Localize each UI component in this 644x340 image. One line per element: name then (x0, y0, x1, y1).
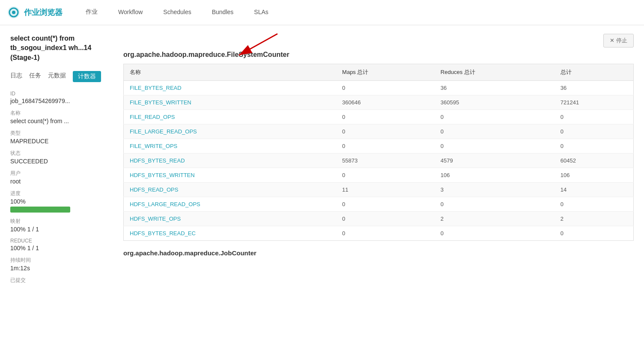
cell-reduces: 3 (435, 183, 555, 197)
cell-maps: 11 (336, 183, 435, 197)
id-label: ID (10, 91, 113, 97)
tab-metadata[interactable]: 元数据 (48, 71, 66, 82)
meta-section: ID job_1684754269979... 名称 select count(… (10, 91, 113, 284)
user-value: root (10, 178, 113, 185)
table-row: HDFS_BYTES_WRITTEN 0 106 106 (124, 168, 634, 183)
table-row: HDFS_LARGE_READ_OPS 0 0 0 (124, 197, 634, 212)
type-label: 类型 (10, 130, 113, 137)
nav-item-jobs[interactable]: 作业 (75, 0, 108, 25)
cell-total: 0 (555, 226, 634, 241)
user-label: 用户 (10, 170, 113, 177)
cell-total: 36 (555, 81, 634, 95)
cell-maps: 0 (336, 124, 435, 139)
cell-reduces: 2 (435, 212, 555, 226)
cell-maps: 0 (336, 168, 435, 183)
cell-name: FILE_READ_OPS (124, 110, 337, 124)
cell-name: HDFS_WRITE_OPS (124, 212, 337, 226)
cell-reduces: 0 (435, 139, 555, 154)
nav-item-workflow[interactable]: Workflow (108, 0, 153, 25)
map-label: 映射 (10, 218, 113, 225)
status-label: 状态 (10, 150, 113, 157)
progress-bar-container (10, 207, 70, 213)
content-area: ✕ 停止 org.apache.hadoop.mapreduce.FileSys… (123, 34, 634, 285)
arrow-svg (200, 30, 286, 64)
tab-counters[interactable]: 计数器 (73, 71, 101, 82)
progress-value: 100% (10, 198, 113, 205)
cell-total: 721241 (555, 95, 634, 110)
cell-total: 0 (555, 197, 634, 212)
progress-label: 进度 (10, 190, 113, 197)
tab-tasks[interactable]: 任务 (29, 71, 41, 82)
cell-name: FILE_LARGE_READ_OPS (124, 124, 337, 139)
brand: 作业浏览器 (7, 6, 63, 19)
col-name: 名称 (124, 64, 337, 81)
table-row: HDFS_BYTES_READ 55873 4579 60452 (124, 154, 634, 168)
cell-total: 106 (555, 168, 634, 183)
cell-maps: 360646 (336, 95, 435, 110)
cell-maps: 0 (336, 197, 435, 212)
cell-name: HDFS_LARGE_READ_OPS (124, 197, 337, 212)
cell-total: 14 (555, 183, 634, 197)
status-value: SUCCEEDED (10, 158, 113, 165)
name-value: select count(*) from ... (10, 118, 113, 124)
sidebar: select count(*) from tb_sogou_index1 wh.… (10, 34, 113, 285)
cell-total: 0 (555, 124, 634, 139)
cell-name: FILE_BYTES_WRITTEN (124, 95, 337, 110)
arrow-annotation (200, 30, 286, 64)
cell-total: 2 (555, 212, 634, 226)
table-row: HDFS_READ_OPS 11 3 14 (124, 183, 634, 197)
main-container: select count(*) from tb_sogou_index1 wh.… (0, 25, 644, 293)
cell-total: 0 (555, 110, 634, 124)
brand-icon (7, 6, 21, 19)
reduce-label: REDUCE (10, 238, 113, 244)
cell-reduces: 4579 (435, 154, 555, 168)
nav-item-bundles[interactable]: Bundles (202, 0, 244, 25)
nav-items: 作业 Workflow Schedules Bundles SLAs (75, 0, 279, 25)
cell-reduces: 0 (435, 197, 555, 212)
submitted-label: 已提交 (10, 277, 113, 284)
sidebar-tabs: 日志 任务 元数据 计数器 (10, 71, 113, 82)
cell-maps: 0 (336, 226, 435, 241)
nav-item-slas[interactable]: SLAs (244, 0, 278, 25)
filesystem-counter-table: 名称 Maps 总计 Reduces 总计 总计 FILE_BYTES_READ… (123, 64, 634, 241)
cell-maps: 0 (336, 110, 435, 124)
nav-item-schedules[interactable]: Schedules (153, 0, 201, 25)
tab-log[interactable]: 日志 (10, 71, 22, 82)
cell-reduces: 0 (435, 226, 555, 241)
job-title: select count(*) from tb_sogou_index1 wh.… (10, 34, 113, 62)
cell-name: FILE_WRITE_OPS (124, 139, 337, 154)
table-row: FILE_BYTES_WRITTEN 360646 360595 721241 (124, 95, 634, 110)
svg-point-2 (12, 11, 15, 14)
type-value: MAPREDUCE (10, 138, 113, 145)
table-row: FILE_WRITE_OPS 0 0 0 (124, 139, 634, 154)
navbar: 作业浏览器 作业 Workflow Schedules Bundles SLAs (0, 0, 644, 25)
cell-name: HDFS_BYTES_READ (124, 154, 337, 168)
job-counter-title: org.apache.hadoop.mapreduce.JobCounter (123, 249, 634, 257)
cell-total: 60452 (555, 154, 634, 168)
cell-reduces: 360595 (435, 95, 555, 110)
cell-name: HDFS_BYTES_WRITTEN (124, 168, 337, 183)
cell-reduces: 0 (435, 124, 555, 139)
progress-bar-fill (10, 207, 70, 213)
cell-reduces: 36 (435, 81, 555, 95)
stop-button[interactable]: ✕ 停止 (603, 34, 634, 47)
name-label: 名称 (10, 109, 113, 117)
cell-reduces: 0 (435, 110, 555, 124)
col-maps: Maps 总计 (336, 64, 435, 81)
table-row: HDFS_WRITE_OPS 0 2 2 (124, 212, 634, 226)
brand-name: 作业浏览器 (24, 7, 63, 18)
table-row: FILE_BYTES_READ 0 36 36 (124, 81, 634, 95)
cell-total: 0 (555, 139, 634, 154)
table-row: FILE_READ_OPS 0 0 0 (124, 110, 634, 124)
id-value: job_1684754269979... (10, 98, 113, 104)
filesystem-counter-title: org.apache.hadoop.mapreduce.FileSystemCo… (123, 51, 634, 59)
map-value: 100% 1 / 1 (10, 226, 113, 233)
cell-maps: 55873 (336, 154, 435, 168)
cell-name: HDFS_READ_OPS (124, 183, 337, 197)
col-reduces: Reduces 总计 (435, 64, 555, 81)
duration-label: 持续时间 (10, 257, 113, 264)
reduce-value: 100% 1 / 1 (10, 245, 113, 251)
table-row: FILE_LARGE_READ_OPS 0 0 0 (124, 124, 634, 139)
cell-maps: 0 (336, 81, 435, 95)
cell-reduces: 106 (435, 168, 555, 183)
